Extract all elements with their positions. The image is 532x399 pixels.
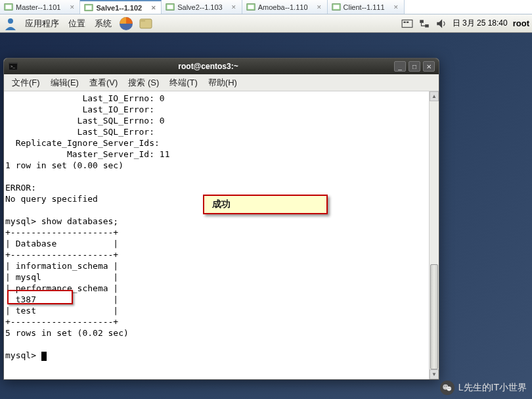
window-controls: _ □ ✕ [394, 61, 435, 72]
watermark-text: L先生的IT小世界 [458, 382, 527, 394]
svg-rect-17 [420, 20, 424, 23]
close-button[interactable]: ✕ [423, 61, 435, 72]
tab-salve2[interactable]: Salve2--1.103 ✕ [162, 0, 242, 14]
svg-rect-7 [248, 5, 254, 9]
close-icon[interactable]: ✕ [68, 3, 76, 11]
menu-edit[interactable]: 编辑(E) [47, 76, 83, 90]
svg-point-23 [447, 387, 451, 391]
panel-user[interactable]: root [513, 18, 529, 28]
window-title: root@centos3:~ [22, 62, 394, 71]
tab-client[interactable]: Client--1.111 ✕ [328, 0, 405, 14]
close-icon[interactable]: ✕ [231, 3, 238, 11]
terminal-icon [166, 3, 175, 12]
desktop: >_ root@centos3:~ _ □ ✕ 文件(F) 编辑(E) 查看(V… [0, 33, 532, 399]
svg-point-10 [8, 18, 13, 24]
wechat-icon [440, 381, 454, 395]
terminal-app-icon: >_ [8, 61, 18, 72]
firefox-icon[interactable] [118, 16, 134, 32]
svg-rect-16 [407, 21, 409, 22]
window-titlebar[interactable]: >_ root@centos3:~ _ □ ✕ [4, 59, 439, 74]
svg-rect-3 [86, 5, 92, 9]
terminal-menubar: 文件(F) 编辑(E) 查看(V) 搜索 (S) 终端(T) 帮助(H) [4, 74, 439, 91]
menu-help[interactable]: 帮助(H) [204, 76, 241, 90]
svg-rect-14 [402, 20, 412, 27]
menu-places[interactable]: 位置 [66, 16, 88, 31]
distro-icon[interactable] [3, 16, 18, 32]
svg-rect-13 [140, 19, 145, 22]
scroll-track[interactable] [430, 101, 439, 369]
file-manager-icon[interactable] [138, 16, 154, 32]
svg-rect-5 [167, 5, 173, 9]
svg-point-26 [448, 388, 449, 388]
tab-label: Salve1--1.102 [96, 4, 142, 12]
menu-view[interactable]: 查看(V) [85, 76, 122, 90]
terminal-window: >_ root@centos3:~ _ □ ✕ 文件(F) 编辑(E) 查看(V… [3, 58, 439, 380]
svg-point-25 [446, 386, 447, 387]
terminal-icon [4, 3, 13, 12]
input-method-icon[interactable] [401, 18, 413, 30]
terminal-icon [84, 3, 93, 12]
close-icon[interactable]: ✕ [393, 3, 400, 11]
menu-terminal[interactable]: 终端(T) [166, 76, 202, 90]
maximize-button[interactable]: □ [409, 61, 420, 72]
scroll-thumb[interactable] [430, 264, 438, 369]
network-icon[interactable] [418, 18, 430, 30]
svg-rect-1 [6, 5, 12, 9]
tab-label: Client--1.111 [344, 3, 385, 11]
tab-master[interactable]: Master--1.101 ✕ [0, 0, 80, 14]
tab-salve1[interactable]: Salve1--1.102 ✕ [80, 0, 162, 14]
menu-system[interactable]: 系统 [92, 16, 114, 31]
panel-tray: 日 3月 25 18:40 root [401, 18, 529, 30]
connection-tabs: Master--1.101 ✕ Salve1--1.102 ✕ Salve2--… [0, 0, 532, 14]
tab-label: Master--1.101 [16, 3, 60, 11]
tab-label: Amoeba--1.110 [258, 3, 308, 11]
terminal-output: Last_IO_Errno: 0 Last_IO_Error: Last_SQL… [4, 91, 439, 362]
tab-label: Salve2--1.103 [177, 3, 223, 11]
menu-search[interactable]: 搜索 (S) [124, 76, 163, 90]
annotation-text: 成功 [212, 199, 231, 210]
gnome-panel: 应用程序 位置 系统 日 3月 25 18:40 root [0, 14, 532, 33]
close-icon[interactable]: ✕ [150, 4, 157, 11]
watermark: L先生的IT小世界 [440, 381, 527, 395]
svg-rect-18 [425, 24, 429, 28]
volume-icon[interactable] [435, 18, 447, 30]
menu-file[interactable]: 文件(F) [8, 76, 44, 90]
svg-point-27 [449, 388, 450, 388]
terminal-body[interactable]: Last_IO_Errno: 0 Last_IO_Error: Last_SQL… [4, 91, 439, 379]
minimize-button[interactable]: _ [394, 61, 406, 72]
panel-clock[interactable]: 日 3月 25 18:40 [453, 18, 508, 29]
close-icon[interactable]: ✕ [316, 3, 323, 11]
annotation-success: 成功 [203, 195, 328, 214]
svg-text:>_: >_ [11, 64, 16, 68]
svg-point-24 [444, 386, 445, 387]
menu-applications[interactable]: 应用程序 [22, 16, 62, 31]
scroll-down-button[interactable]: ▼ [430, 369, 439, 379]
svg-rect-15 [403, 21, 405, 22]
scroll-up-button[interactable]: ▲ [430, 91, 439, 101]
tab-amoeba[interactable]: Amoeba--1.110 ✕ [242, 0, 328, 14]
svg-rect-9 [333, 5, 339, 9]
terminal-icon [332, 3, 341, 12]
terminal-icon [246, 3, 255, 12]
scrollbar[interactable]: ▲ ▼ [429, 91, 439, 379]
